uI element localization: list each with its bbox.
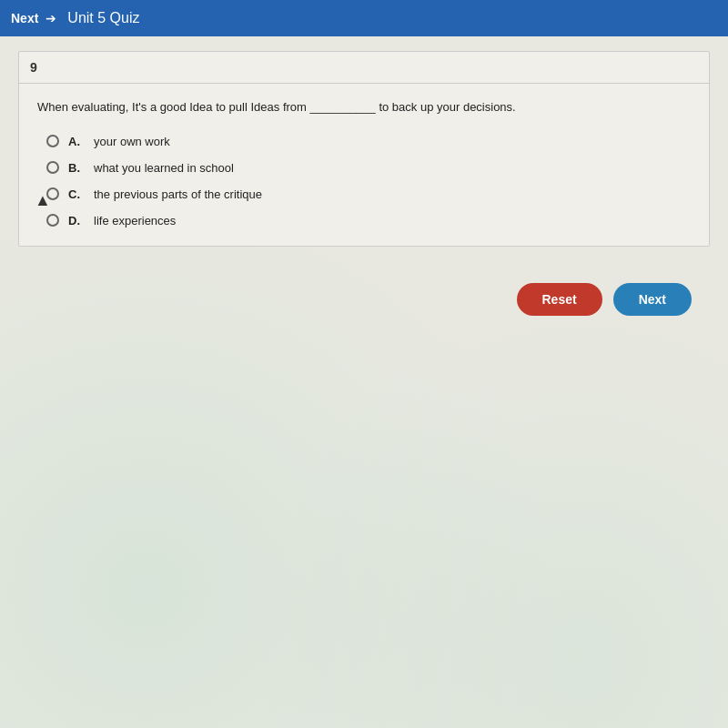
question-body: When evaluating, It's a good Idea to pul…	[19, 84, 709, 246]
option-B-text: what you learned in school	[94, 161, 234, 175]
question-text: When evaluating, It's a good Idea to pul…	[37, 98, 691, 116]
options-list: A. your own work B. what you learned in …	[37, 135, 691, 228]
question-card: 9 When evaluating, It's a good Idea to p…	[18, 51, 710, 247]
question-number: 9	[30, 60, 37, 75]
next-icon: ➔	[46, 11, 56, 25]
option-D-label: D.	[68, 214, 85, 228]
option-D[interactable]: D. life experiences	[46, 214, 691, 228]
buttons-row: Reset Next	[18, 283, 710, 316]
option-B[interactable]: B. what you learned in school	[46, 161, 691, 175]
reset-button[interactable]: Reset	[517, 283, 602, 316]
option-A[interactable]: A. your own work	[46, 135, 691, 148]
option-A-label: A.	[68, 135, 85, 148]
next-button[interactable]: Next	[613, 283, 692, 316]
main-content: 9 When evaluating, It's a good Idea to p…	[0, 36, 728, 728]
quiz-title: Unit 5 Quiz	[67, 10, 139, 26]
top-bar: Next ➔ Unit 5 Quiz	[0, 0, 728, 36]
option-C-label: C.	[68, 187, 85, 201]
radio-B[interactable]	[46, 161, 59, 174]
radio-A[interactable]	[46, 135, 59, 147]
option-D-text: life experiences	[94, 214, 176, 228]
option-C[interactable]: C. the previous parts of the critique	[46, 187, 691, 201]
question-number-row: 9	[19, 52, 709, 84]
option-C-text: the previous parts of the critique	[94, 187, 262, 201]
radio-D[interactable]	[46, 214, 59, 227]
radio-C[interactable]	[46, 187, 59, 200]
screen: Next ➔ Unit 5 Quiz 9 When evaluating, It…	[0, 0, 728, 728]
nav-next-label[interactable]: Next	[11, 11, 38, 25]
option-A-text: your own work	[94, 135, 170, 148]
option-B-label: B.	[68, 161, 85, 175]
